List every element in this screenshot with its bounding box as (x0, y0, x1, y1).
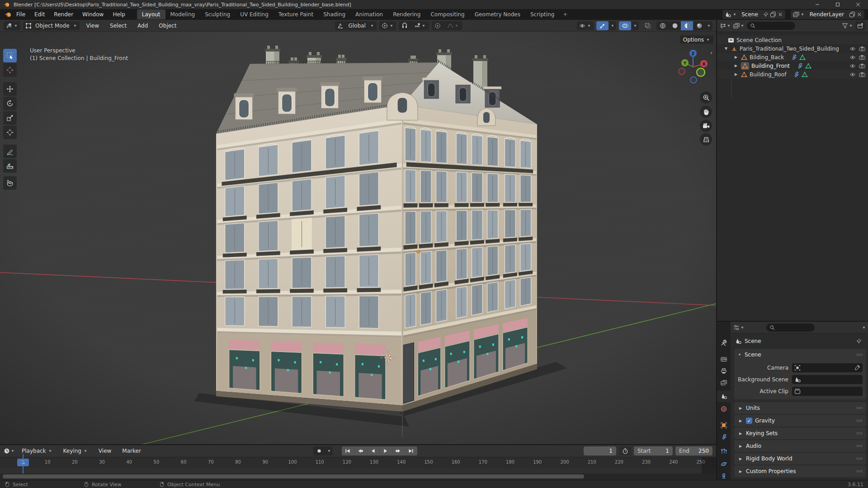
navigation-gizmo[interactable]: Z Y X (675, 46, 711, 84)
pin-icon[interactable] (856, 338, 862, 344)
timeline-editor-button[interactable] (4, 448, 15, 454)
render-visibility-icon[interactable] (859, 46, 865, 52)
audio-panel-header[interactable]: ▶ Audio (734, 440, 866, 452)
measure-tool[interactable] (3, 159, 17, 173)
rigid-body-world-panel-header[interactable]: ▶ Rigid Body World (734, 453, 866, 465)
render-visibility-icon[interactable] (859, 54, 865, 61)
tab-geometry-nodes[interactable]: Geometry Nodes (470, 9, 525, 19)
tab-output[interactable] (717, 365, 731, 377)
hide-eye-icon[interactable] (849, 71, 856, 78)
outliner-row-building-roof[interactable]: ▶ Building_Roof (717, 70, 868, 79)
timeline-ruler[interactable]: 1020304050607080901001101201301401501601… (0, 457, 716, 468)
object-visibility-selector[interactable] (577, 21, 594, 30)
tab-scripting[interactable]: Scripting (525, 9, 559, 19)
keying-sets-panel-header[interactable]: ▶ Keying Sets (734, 427, 866, 439)
tab-scene[interactable] (717, 390, 731, 402)
show-overlays-toggle[interactable] (619, 21, 631, 30)
transform-orientation-selector[interactable]: Global (335, 21, 376, 30)
menu-playback[interactable]: Playback (18, 448, 57, 454)
axis-x-neg-handle[interactable] (679, 68, 685, 75)
outliner-row-scene-collection[interactable]: Scene Collection (717, 36, 868, 44)
close-button[interactable] (848, 0, 868, 9)
shading-solid-button[interactable] (669, 21, 681, 30)
render-visibility-icon[interactable] (859, 71, 865, 78)
tab-world[interactable] (717, 403, 731, 415)
pan-button[interactable] (700, 106, 712, 118)
menu-object[interactable]: Object (155, 23, 180, 29)
falloff-selector[interactable] (444, 21, 462, 30)
drag-handle-icon[interactable] (856, 455, 863, 462)
play-button[interactable] (380, 446, 392, 455)
perspective-toggle-button[interactable] (700, 133, 712, 145)
mode-selector[interactable]: Object Mode (23, 21, 80, 30)
auto-keyframe-toggle[interactable] (313, 446, 326, 455)
tab-particles[interactable] (717, 446, 731, 457)
outliner-search-input[interactable] (747, 22, 795, 30)
properties-editor-button[interactable] (733, 324, 745, 331)
new-view-layer-button[interactable] (849, 11, 855, 18)
tab-shading[interactable]: Shading (318, 9, 350, 19)
axis-y-neg-handle[interactable] (697, 68, 705, 76)
scale-tool[interactable] (3, 111, 17, 125)
shading-material-button[interactable] (681, 21, 693, 30)
axis-z-neg-handle[interactable] (690, 77, 697, 83)
add-workspace-button[interactable]: + (559, 9, 571, 19)
snap-target-selector[interactable] (411, 21, 429, 30)
disclosure-closed-icon[interactable]: ▶ (733, 64, 739, 68)
tab-modeling[interactable]: Modeling (165, 9, 200, 19)
tab-compositing[interactable]: Compositing (425, 9, 469, 19)
tab-animation[interactable]: Animation (350, 9, 388, 19)
tab-layout[interactable]: Layout (137, 9, 165, 19)
playhead[interactable] (23, 454, 24, 474)
tab-sculpting[interactable]: Sculpting (200, 9, 235, 19)
shading-rendered-button[interactable] (693, 21, 705, 30)
cursor-tool[interactable] (3, 63, 17, 77)
3d-viewport[interactable]: Object Mode View Select Add Object Globa… (0, 20, 716, 444)
custom-properties-panel-header[interactable]: ▶ Custom Properties (734, 465, 866, 477)
tab-render[interactable] (717, 353, 731, 365)
tab-tool[interactable] (717, 337, 731, 349)
units-panel-header[interactable]: ▶ Units (734, 402, 866, 414)
hide-eye-icon[interactable] (849, 63, 856, 69)
disclosure-closed-icon[interactable]: ▶ (733, 72, 739, 76)
frame-start-field[interactable]: Start 1 (634, 446, 673, 455)
options-dropdown[interactable]: Options (680, 35, 713, 44)
timeline-scrollbar[interactable] (0, 474, 716, 479)
drag-handle-icon[interactable] (856, 405, 863, 411)
xray-toggle[interactable] (642, 21, 654, 30)
snap-toggle[interactable] (399, 21, 411, 30)
menu-view[interactable]: View (82, 23, 103, 29)
new-collection-button[interactable] (855, 21, 865, 30)
unlink-scene-button[interactable] (778, 12, 783, 17)
shading-dropdown[interactable] (705, 21, 712, 30)
menu-select[interactable]: Select (106, 23, 131, 29)
outliner-row-building-front[interactable]: ▶ Building_Front (717, 61, 868, 70)
maximize-button[interactable] (827, 0, 848, 9)
disclosure-closed-icon[interactable]: ▶ (733, 55, 739, 59)
eyedropper-icon[interactable] (854, 365, 860, 371)
hide-eye-icon[interactable] (849, 46, 856, 52)
active-clip-field[interactable] (792, 387, 863, 396)
camera-field[interactable] (792, 363, 863, 372)
next-keyframe-button[interactable] (392, 446, 405, 455)
properties-filter-dropdown[interactable] (862, 326, 866, 329)
annotate-tool[interactable] (3, 145, 17, 158)
play-reverse-button[interactable] (367, 446, 379, 455)
editor-type-button[interactable] (4, 21, 20, 30)
auto-key-dropdown[interactable] (326, 446, 333, 455)
3d-scene[interactable] (0, 32, 716, 444)
menu-render[interactable]: Render (49, 9, 78, 19)
jump-to-start-button[interactable] (342, 446, 354, 455)
drag-handle-icon[interactable] (856, 443, 863, 449)
drag-handle-icon[interactable] (856, 468, 863, 474)
frame-end-field[interactable]: End 250 (675, 446, 712, 455)
transform-tool[interactable] (3, 126, 17, 139)
tab-constraints[interactable] (717, 470, 731, 480)
scene-panel-header[interactable]: Scene (734, 349, 866, 361)
tab-object[interactable] (717, 419, 731, 431)
outliner-editor-button[interactable] (720, 23, 731, 29)
display-mode-selector[interactable] (733, 23, 745, 29)
scene-selector[interactable]: Scene (722, 10, 785, 19)
menu-file[interactable]: File (12, 9, 30, 19)
minimize-button[interactable] (807, 0, 827, 9)
